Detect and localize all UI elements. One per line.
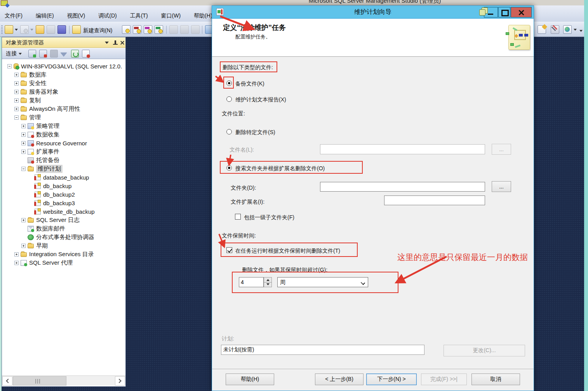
menu-file[interactable]: 文件(F) <box>3 12 24 20</box>
tree-node-resource-governor[interactable]: Resource Governor <box>4 139 125 147</box>
expand-icon[interactable] <box>14 261 19 265</box>
schedule-input[interactable] <box>221 345 424 355</box>
tools-icon[interactable] <box>551 25 559 34</box>
finish-button[interactable]: 完成(F) >>| <box>421 374 467 385</box>
xmla-query-icon[interactable] <box>155 25 163 34</box>
web-browser-icon[interactable] <box>563 25 572 34</box>
panel-menu-icon[interactable] <box>104 40 110 45</box>
expand-icon[interactable] <box>14 81 19 86</box>
add-item-icon[interactable] <box>20 25 29 34</box>
scroll-right-icon[interactable] <box>115 376 125 386</box>
copy-icon[interactable] <box>180 25 189 34</box>
tree-node-sql-logs[interactable]: SQL Server 日志 <box>4 216 125 224</box>
tree-node-plan[interactable]: db_backup3 <box>4 199 125 207</box>
browser-dropdown-icon[interactable] <box>574 29 577 31</box>
open-file-icon[interactable] <box>36 25 44 34</box>
add-item-dropdown-icon[interactable] <box>30 29 33 31</box>
expand-icon[interactable] <box>21 133 26 137</box>
tree-node-server-objects[interactable]: 服务器对象 <box>4 87 125 96</box>
stop-icon[interactable] <box>50 50 58 58</box>
menu-view[interactable]: 视图(V) <box>66 12 87 20</box>
connect-server-icon[interactable] <box>28 50 36 58</box>
collapse-icon[interactable] <box>21 167 26 171</box>
extension-input[interactable] <box>384 196 485 205</box>
tree-node-alwayson[interactable]: AlwaysOn 高可用性 <box>4 105 125 113</box>
cancel-button[interactable]: 取消 <box>471 374 520 385</box>
tree-node-data-collection[interactable]: 数据收集 <box>4 130 125 139</box>
include-subfolders-label[interactable]: 包括一级子文件夹(F) <box>244 214 294 221</box>
new-project-icon[interactable] <box>5 25 13 34</box>
new-query-button[interactable]: 新建查询(N) <box>83 27 112 34</box>
tree-node-dtc[interactable]: 分布式事务处理协调器 <box>4 233 125 241</box>
tree-node-extended-events[interactable]: 扩展事件 <box>4 147 125 156</box>
expand-icon[interactable] <box>21 124 26 128</box>
menu-window[interactable]: 窗口(W) <box>160 12 183 20</box>
toolbar-overflow-icon[interactable] <box>579 30 583 32</box>
connect-button[interactable]: 连接 <box>6 50 22 57</box>
tree-node-management[interactable]: 管理 <box>4 113 125 122</box>
delete-specific-label[interactable]: 删除特定文件(S) <box>235 129 275 136</box>
new-query-icon[interactable] <box>72 25 81 34</box>
tree-node-policy-management[interactable]: 策略管理 <box>4 122 125 130</box>
tree-node-plan[interactable]: website_db_backup <box>4 207 125 216</box>
tree-node-plan[interactable]: database_backup <box>4 173 125 182</box>
help-button[interactable]: 帮助(H) <box>226 374 274 385</box>
tree-node-replication[interactable]: 复制 <box>4 96 125 105</box>
expand-icon[interactable] <box>14 73 19 77</box>
script-icon[interactable] <box>82 50 90 58</box>
delete-specific-radio[interactable] <box>226 129 232 134</box>
paste-icon[interactable] <box>191 25 200 34</box>
text-reports-radio[interactable] <box>226 96 232 102</box>
tree-node-integration-services[interactable]: Integration Services 目录 <box>4 250 125 258</box>
disconnect-server-icon[interactable] <box>39 50 47 58</box>
maximize-button[interactable] <box>498 7 510 17</box>
folder-input[interactable] <box>320 182 485 192</box>
text-reports-label[interactable]: 维护计划文本报告(X) <box>235 96 286 103</box>
tree-node-databases[interactable]: 数据库 <box>4 70 125 79</box>
tree-node-plan[interactable]: db_backup2 <box>4 190 125 199</box>
scrollbar-thumb[interactable] <box>13 376 66 386</box>
save-icon[interactable] <box>47 25 55 34</box>
expand-icon[interactable] <box>21 150 26 154</box>
expand-icon[interactable] <box>14 107 19 111</box>
expand-icon[interactable] <box>14 90 19 94</box>
scroll-left-icon[interactable] <box>2 376 12 386</box>
mdx-query-icon[interactable] <box>133 25 141 34</box>
tree-node-plan[interactable]: db_backup <box>4 182 125 190</box>
tree-node-server[interactable]: WIN-83FVDG3ALVL (SQL Server 12.0. <box>4 62 125 70</box>
backup-files-label[interactable]: 备份文件(K) <box>235 80 264 87</box>
close-button[interactable] <box>511 7 532 17</box>
next-button[interactable]: 下一步(N) > <box>366 374 417 385</box>
file-name-browse-button[interactable]: ... <box>492 144 511 155</box>
collapse-icon[interactable] <box>7 64 12 68</box>
collapse-icon[interactable] <box>14 115 19 120</box>
menu-debug[interactable]: 调试(D) <box>97 12 118 20</box>
expand-icon[interactable] <box>14 98 19 103</box>
tree-node-database-mail[interactable]: 数据库邮件 <box>4 224 125 233</box>
menu-edit[interactable]: 编辑(E) <box>34 12 56 20</box>
back-button[interactable]: < 上一步(B) <box>315 374 364 385</box>
tree-node-maintenance-plans[interactable]: 维护计划 <box>4 164 125 173</box>
expand-icon[interactable] <box>14 252 19 257</box>
expand-icon[interactable] <box>21 218 26 222</box>
change-schedule-button[interactable]: 更改(C)... <box>444 345 525 356</box>
include-subfolders-checkbox[interactable] <box>235 214 241 220</box>
new-project-dropdown-icon[interactable] <box>15 29 18 31</box>
cut-icon[interactable] <box>169 25 178 34</box>
dmx-query-icon[interactable] <box>144 25 152 34</box>
menu-help[interactable]: 帮助(H) <box>192 12 214 20</box>
expand-icon[interactable] <box>21 141 26 145</box>
file-name-input[interactable] <box>320 144 485 154</box>
close-icon[interactable] <box>119 40 125 45</box>
query-with-connection-icon[interactable] <box>122 25 130 34</box>
tree-node-legacy[interactable]: 早期 <box>4 241 125 250</box>
tree-node-security[interactable]: 安全性 <box>4 79 125 87</box>
expand-icon[interactable] <box>21 244 26 248</box>
horizontal-scrollbar[interactable] <box>2 375 125 386</box>
tree-node-sql-agent[interactable]: SQL Server 代理 <box>4 258 125 267</box>
refresh-icon[interactable] <box>71 50 79 58</box>
folder-browse-button[interactable]: ... <box>492 181 511 192</box>
pin-icon[interactable] <box>112 40 118 45</box>
dialog-titlebar[interactable]: 维护计划向导 <box>212 6 534 19</box>
menu-tools[interactable]: 工具(T) <box>129 12 150 20</box>
